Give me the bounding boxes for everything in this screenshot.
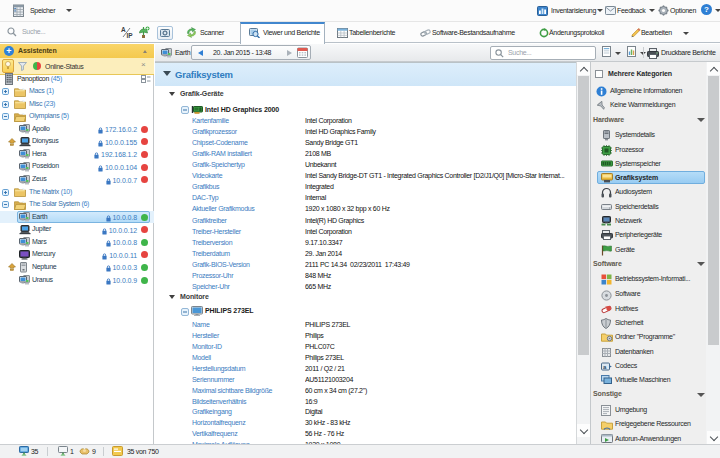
svg-text:A: A [121,26,126,33]
svg-text:IP: IP [127,32,134,39]
